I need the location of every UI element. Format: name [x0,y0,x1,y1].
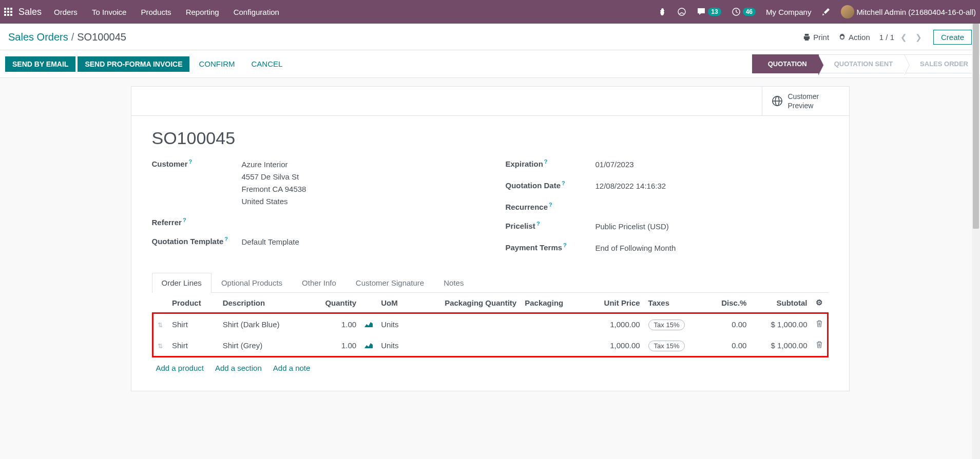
cell-packaging[interactable] [521,335,584,357]
cell-tax[interactable]: Tax 15% [644,335,705,357]
create-button[interactable]: Create [933,30,972,45]
menu-orders[interactable]: Orders [54,8,78,16]
col-description: Description [219,293,307,313]
send-email-button[interactable]: SEND BY EMAIL [5,56,75,72]
pager-prev[interactable]: ❮ [898,33,909,42]
step-quotation[interactable]: QUOTATION [752,54,819,73]
help-icon[interactable]: ? [189,158,193,165]
value-expiration[interactable]: 01/07/2023 [595,158,829,171]
menu-reporting[interactable]: Reporting [186,8,219,16]
apps-icon[interactable] [4,8,12,16]
add-note-link[interactable]: Add a note [273,364,311,372]
value-quotation-date[interactable]: 12/08/2022 14:16:32 [595,180,829,192]
tab-order-lines[interactable]: Order Lines [152,273,212,293]
help-icon[interactable]: ? [562,180,565,186]
print-button[interactable]: Print [803,33,829,42]
tabs: Order Lines Optional Products Other Info… [152,273,829,293]
cell-price[interactable]: 1,000.00 [584,335,644,357]
table-row[interactable]: ⇅ Shirt Shirt (Grey) 1.00 Units 1,000.00… [152,335,828,357]
menu-configuration[interactable]: Configuration [234,8,279,16]
cell-qty[interactable]: 1.00 [307,335,360,357]
forecast-icon[interactable] [364,341,373,350]
help-icon[interactable]: ? [544,158,548,165]
value-quotation-template[interactable]: Default Template [242,236,475,248]
statusbar: SEND BY EMAIL SEND PRO-FORMA INVOICE CON… [0,50,980,78]
menu-to-invoice[interactable]: To Invoice [92,8,127,16]
confirm-button[interactable]: CONFIRM [191,56,242,72]
options-icon[interactable]: ⚙ [816,298,822,307]
app-brand[interactable]: Sales [18,7,42,17]
cell-packaging[interactable] [521,313,584,335]
cell-disc[interactable]: 0.00 [705,335,751,357]
breadcrumb-parent[interactable]: Sales Orders [8,31,68,43]
form-sheet: CustomerPreview SO100045 Customer?Azure … [131,86,850,391]
cell-pack-qty[interactable] [412,335,521,357]
tab-other-info[interactable]: Other Info [292,273,346,292]
table-row[interactable]: ⇅ Shirt Shirt (Dark Blue) 1.00 Units 1,0… [152,313,828,335]
pager-value[interactable]: 1 / 1 [879,33,894,42]
cell-tax[interactable]: Tax 15% [644,313,705,335]
help-icon[interactable]: ? [549,202,552,208]
support-icon[interactable] [677,7,686,16]
customer-preview-button[interactable]: CustomerPreview [762,87,849,115]
col-quantity: Quantity [307,293,360,313]
label-pricelist: Pricelist [506,222,535,230]
label-customer: Customer [152,159,188,168]
add-section-link[interactable]: Add a section [215,364,262,372]
value-customer[interactable]: Azure Interior4557 De Silva StFremont CA… [242,158,475,208]
step-sales-order[interactable]: SALES ORDER [905,54,980,73]
help-icon[interactable]: ? [536,221,540,227]
debug-icon[interactable] [659,8,667,16]
tools-icon[interactable] [821,7,831,16]
topbar: Sales Orders To Invoice Products Reporti… [0,0,980,24]
add-product-link[interactable]: Add a product [156,364,204,372]
help-icon[interactable]: ? [183,217,186,223]
action-button[interactable]: Action [838,33,870,42]
cancel-button[interactable]: CANCEL [244,56,290,72]
cell-qty[interactable]: 1.00 [307,313,360,335]
company-switcher[interactable]: My Company [766,8,811,16]
value-payment-terms[interactable]: End of Following Month [595,242,829,254]
cell-description[interactable]: Shirt (Dark Blue) [219,313,307,335]
tab-customer-signature[interactable]: Customer Signature [346,273,434,292]
step-quotation-sent[interactable]: QUOTATION SENT [819,54,905,73]
menu-products[interactable]: Products [141,8,171,16]
cell-pack-qty[interactable] [412,313,521,335]
drag-handle-icon[interactable]: ⇅ [158,343,163,350]
help-icon[interactable]: ? [563,242,567,248]
cell-product[interactable]: Shirt [168,313,219,335]
forecast-icon[interactable] [364,320,373,329]
drag-handle-icon[interactable]: ⇅ [158,322,163,329]
globe-icon [772,95,783,107]
cell-price[interactable]: 1,000.00 [584,313,644,335]
label-recurrence: Recurrence [506,203,548,211]
delete-icon[interactable] [816,341,823,350]
send-proforma-button[interactable]: SEND PRO-FORMA INVOICE [78,56,189,72]
help-icon[interactable]: ? [224,236,228,242]
pager-next[interactable]: ❯ [913,33,924,42]
activities-icon[interactable]: 46 [732,7,756,16]
delete-icon[interactable] [816,320,823,329]
col-product: Product [168,293,219,313]
cell-uom[interactable]: Units [377,335,412,357]
col-taxes: Taxes [644,293,705,313]
breadcrumb: Sales Orders/SO100045 [8,31,126,43]
cell-uom[interactable]: Units [377,313,412,335]
scrollbar[interactable] [972,24,980,391]
tab-notes[interactable]: Notes [434,273,473,292]
label-referrer: Referrer [152,218,182,227]
value-recurrence[interactable] [595,202,829,211]
label-quotation-template: Quotation Template [152,237,224,246]
cell-product[interactable]: Shirt [168,335,219,357]
col-unit-price: Unit Price [584,293,644,313]
messaging-icon[interactable]: 13 [697,7,721,16]
cell-subtotal: $ 1,000.00 [751,313,811,335]
value-pricelist[interactable]: Public Pricelist (USD) [595,221,829,233]
order-lines-table: Product Description Quantity UoM Packagi… [152,293,829,357]
scroll-thumb[interactable] [973,24,979,229]
value-referrer[interactable] [242,217,475,227]
tab-optional-products[interactable]: Optional Products [212,273,292,292]
cell-description[interactable]: Shirt (Grey) [219,335,307,357]
cell-disc[interactable]: 0.00 [705,313,751,335]
user-menu[interactable]: Mitchell Admin (21680404-16-0-all) [841,5,976,18]
